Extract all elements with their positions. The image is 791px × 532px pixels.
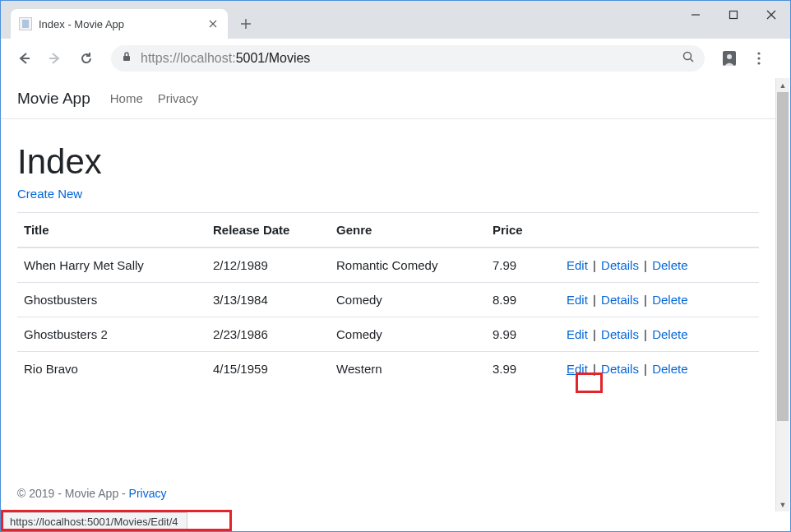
delete-link[interactable]: Delete xyxy=(652,327,687,341)
edit-link[interactable]: Edit xyxy=(567,327,588,341)
svg-line-12 xyxy=(691,59,694,62)
svg-point-11 xyxy=(684,53,692,60)
url-text: https://localhost:5001/Movies xyxy=(141,51,673,66)
svg-point-17 xyxy=(757,62,760,64)
status-url-text: https://localhost:5001/Movies/Edit/4 xyxy=(10,516,178,528)
search-icon[interactable] xyxy=(682,50,695,67)
cell-price: 9.99 xyxy=(486,317,560,352)
arrow-right-icon xyxy=(48,51,62,66)
cell-genre: Romantic Comedy xyxy=(330,247,486,283)
page-heading: Index xyxy=(17,142,759,182)
delete-link[interactable]: Delete xyxy=(652,293,687,307)
back-button[interactable] xyxy=(11,45,37,72)
nav-home-link[interactable]: Home xyxy=(110,91,143,105)
cell-release: 2/12/1989 xyxy=(206,247,330,283)
kebab-icon xyxy=(757,52,761,65)
browser-tab[interactable]: Index - Movie App xyxy=(11,9,228,39)
main-content: Index Create New Title Release Date Genr… xyxy=(1,119,775,402)
forward-button[interactable] xyxy=(42,45,68,72)
details-link[interactable]: Details xyxy=(601,327,639,341)
cell-price: 8.99 xyxy=(486,283,560,317)
close-icon xyxy=(209,20,217,28)
cell-release: 3/13/1984 xyxy=(206,283,330,317)
browser-status-bar: https://localhost:5001/Movies/Edit/4 xyxy=(2,512,187,530)
svg-point-14 xyxy=(727,54,732,59)
account-button[interactable] xyxy=(716,45,742,72)
cell-actions: Edit | Details | Delete xyxy=(560,317,759,352)
window-minimize-button[interactable] xyxy=(677,1,715,29)
browser-chrome: Index - Movie App https://localhost:5001… xyxy=(1,1,790,78)
address-bar[interactable]: https://localhost:5001/Movies xyxy=(111,45,705,72)
reload-button[interactable] xyxy=(73,45,99,72)
cell-release: 4/15/1959 xyxy=(206,352,330,386)
cell-price: 3.99 xyxy=(486,352,560,386)
edit-link[interactable]: Edit xyxy=(567,258,588,272)
svg-point-16 xyxy=(757,57,760,59)
cell-release: 2/23/1986 xyxy=(206,317,330,352)
arrow-left-icon xyxy=(16,51,31,66)
lock-icon xyxy=(121,51,132,66)
cell-actions: Edit | Details | Delete xyxy=(560,352,759,386)
window-close-button[interactable] xyxy=(752,1,790,29)
cell-actions: Edit | Details | Delete xyxy=(560,283,759,317)
nav-privacy-link[interactable]: Privacy xyxy=(158,91,198,105)
tab-title: Index - Movie App xyxy=(39,18,200,30)
table-header-row: Title Release Date Genre Price xyxy=(17,213,759,248)
brand-link[interactable]: Movie App xyxy=(17,90,90,108)
movies-table: Title Release Date Genre Price When Harr… xyxy=(17,212,759,386)
new-tab-button[interactable] xyxy=(234,12,257,35)
cell-actions: Edit | Details | Delete xyxy=(560,247,759,283)
details-link[interactable]: Details xyxy=(601,362,639,376)
favicon-icon xyxy=(19,17,32,30)
cell-genre: Western xyxy=(330,352,486,386)
th-title: Title xyxy=(17,213,206,248)
maximize-icon xyxy=(729,10,738,20)
delete-link[interactable]: Delete xyxy=(652,362,687,376)
details-link[interactable]: Details xyxy=(601,258,639,272)
cell-genre: Comedy xyxy=(330,317,486,352)
scroll-up-button[interactable]: ▲ xyxy=(776,78,789,92)
cell-title: Ghostbusters 2 xyxy=(17,317,206,352)
cell-genre: Comedy xyxy=(330,283,486,317)
scroll-thumb[interactable] xyxy=(777,92,789,421)
table-row: Ghostbusters 3/13/1984 Comedy 8.99 Edit … xyxy=(17,283,759,317)
cell-title: Ghostbusters xyxy=(17,283,206,317)
page-footer: © 2019 - Movie App - Privacy xyxy=(17,487,167,500)
footer-privacy-link[interactable]: Privacy xyxy=(129,487,167,500)
browser-toolbar: https://localhost:5001/Movies xyxy=(1,39,790,78)
cell-title: When Harry Met Sally xyxy=(17,247,206,283)
site-navbar: Movie App Home Privacy xyxy=(1,78,775,119)
create-new-link[interactable]: Create New xyxy=(17,187,82,201)
plus-icon xyxy=(240,18,252,30)
tab-close-button[interactable] xyxy=(206,17,220,30)
reload-icon xyxy=(79,51,94,66)
table-row: Ghostbusters 2 2/23/1986 Comedy 9.99 Edi… xyxy=(17,317,759,352)
window-maximize-button[interactable] xyxy=(715,1,752,29)
svg-point-15 xyxy=(757,52,760,54)
svg-rect-10 xyxy=(123,56,130,61)
delete-link[interactable]: Delete xyxy=(652,258,687,272)
th-genre: Genre xyxy=(330,213,486,248)
table-row: Rio Bravo 4/15/1959 Western 3.99 Edit | … xyxy=(17,352,759,386)
edit-link[interactable]: Edit xyxy=(567,362,588,376)
cell-price: 7.99 xyxy=(486,247,560,283)
svg-rect-1 xyxy=(730,12,738,19)
page-viewport: Movie App Home Privacy Index Create New … xyxy=(1,78,775,511)
minimize-icon xyxy=(691,10,701,20)
th-actions xyxy=(560,213,759,248)
vertical-scrollbar[interactable]: ▲ ▼ xyxy=(775,78,789,511)
browser-menu-button[interactable] xyxy=(746,45,772,72)
account-icon xyxy=(720,49,738,67)
table-row: When Harry Met Sally 2/12/1989 Romantic … xyxy=(17,247,759,283)
cell-title: Rio Bravo xyxy=(17,352,206,386)
scroll-down-button[interactable]: ▼ xyxy=(776,497,789,511)
th-price: Price xyxy=(486,213,560,248)
close-icon xyxy=(766,10,776,20)
th-release-date: Release Date xyxy=(206,213,330,248)
tab-strip: Index - Movie App xyxy=(1,1,790,39)
edit-link[interactable]: Edit xyxy=(567,293,588,307)
details-link[interactable]: Details xyxy=(601,293,639,307)
